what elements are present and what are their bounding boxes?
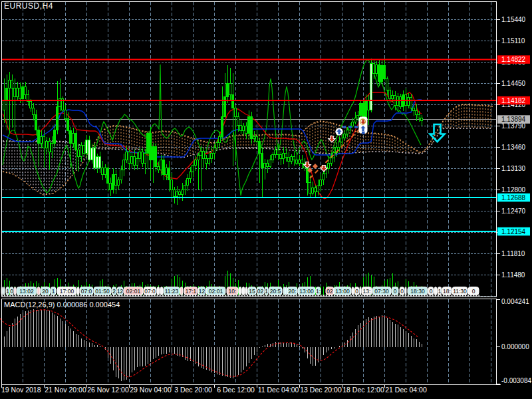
svg-text:18:: 18: bbox=[443, 288, 451, 295]
svg-text:15: 15 bbox=[249, 288, 255, 295]
svg-text:6 Dec 12:00: 6 Dec 12:00 bbox=[217, 386, 255, 394]
svg-text:1.13460: 1.13460 bbox=[501, 144, 526, 151]
svg-text:13:00: 13:00 bbox=[299, 288, 314, 295]
svg-text:12: 12 bbox=[117, 288, 124, 295]
svg-text:1.12154: 1.12154 bbox=[501, 228, 526, 235]
svg-text:10:: 10: bbox=[229, 288, 237, 295]
svg-text:1.13894: 1.13894 bbox=[501, 116, 526, 123]
svg-text:20:: 20: bbox=[289, 288, 297, 295]
svg-text:18:30: 18:30 bbox=[410, 288, 425, 295]
svg-text:12: 12 bbox=[199, 288, 205, 295]
svg-text:02: 02 bbox=[327, 288, 333, 295]
svg-text:0: 0 bbox=[10, 288, 13, 295]
svg-text:02: 02 bbox=[257, 288, 264, 295]
svg-text:EURUSD,H4: EURUSD,H4 bbox=[4, 1, 53, 11]
svg-text:0.004241: 0.004241 bbox=[501, 298, 529, 305]
svg-text:19 Nov 2018: 19 Nov 2018 bbox=[1, 386, 41, 394]
svg-text:0: 0 bbox=[394, 288, 397, 295]
svg-text:13:00: 13:00 bbox=[335, 288, 350, 295]
svg-text:21 Nov 20:00: 21 Nov 20:00 bbox=[45, 386, 86, 394]
svg-text:1.11810: 1.11810 bbox=[501, 250, 525, 257]
svg-text:1.13130: 1.13130 bbox=[501, 165, 526, 172]
svg-text:01:50: 01:50 bbox=[95, 288, 110, 295]
svg-text:21 Dec 04:00: 21 Dec 04:00 bbox=[385, 386, 427, 394]
svg-text:11 Dec 04:00: 11 Dec 04:00 bbox=[258, 386, 299, 394]
svg-text:1.12688: 1.12688 bbox=[501, 194, 526, 201]
svg-text:MACD(12,26,9) 0.000086 0.00045: MACD(12,26,9) 0.000086 0.000454 bbox=[4, 301, 120, 309]
svg-text:1.15440: 1.15440 bbox=[501, 16, 526, 23]
svg-text:1: 1 bbox=[52, 288, 55, 295]
svg-text:1.12800: 1.12800 bbox=[501, 186, 526, 194]
svg-text:02:01: 02:01 bbox=[209, 288, 223, 295]
svg-text:18 Dec 12:00: 18 Dec 12:00 bbox=[342, 386, 384, 394]
svg-text:1: 1 bbox=[438, 288, 442, 295]
svg-text:11:23: 11:23 bbox=[165, 288, 179, 295]
svg-text:29 Nov 04:00: 29 Nov 04:00 bbox=[130, 386, 172, 394]
svg-text:1.14822: 1.14822 bbox=[501, 56, 526, 63]
svg-text:0: 0 bbox=[472, 288, 475, 295]
svg-text:07:30: 07:30 bbox=[374, 288, 389, 295]
svg-text:1: 1 bbox=[6, 288, 9, 295]
svg-text:3 Dec 20:00: 3 Dec 20:00 bbox=[174, 386, 212, 394]
svg-text:20:5: 20:5 bbox=[270, 288, 281, 295]
svg-text:02:01: 02:01 bbox=[126, 288, 141, 295]
svg-text:0: 0 bbox=[430, 288, 433, 295]
svg-text:07:0: 07:0 bbox=[81, 288, 92, 295]
svg-text:07:0: 07:0 bbox=[144, 288, 156, 295]
svg-text:13 Dec 20:00: 13 Dec 20:00 bbox=[300, 386, 342, 394]
svg-text:1.14182: 1.14182 bbox=[501, 97, 526, 104]
svg-text:1.14450: 1.14450 bbox=[501, 80, 526, 87]
svg-text:17:00: 17:00 bbox=[60, 288, 74, 295]
svg-text:1: 1 bbox=[265, 288, 268, 295]
svg-text:26 Nov 12:00: 26 Nov 12:00 bbox=[87, 386, 129, 394]
svg-text:2: 2 bbox=[112, 288, 116, 295]
svg-text:13:02: 13:02 bbox=[19, 288, 34, 295]
svg-text:0.000000: 0.000000 bbox=[501, 343, 529, 350]
svg-text:17:1: 17:1 bbox=[186, 288, 197, 295]
svg-text:20: 20 bbox=[42, 288, 49, 295]
svg-text:-0.003084: -0.003084 bbox=[501, 377, 531, 384]
svg-text:1.12470: 1.12470 bbox=[501, 207, 526, 215]
svg-text:13:: 13: bbox=[363, 288, 371, 295]
svg-text:1.11480: 1.11480 bbox=[501, 271, 525, 279]
svg-text:11:30: 11:30 bbox=[453, 288, 467, 295]
svg-text:1:: 1: bbox=[316, 288, 321, 295]
svg-text:1.15110: 1.15110 bbox=[501, 37, 525, 45]
svg-text:0: 0 bbox=[355, 288, 358, 295]
svg-text:0: 0 bbox=[400, 288, 404, 295]
